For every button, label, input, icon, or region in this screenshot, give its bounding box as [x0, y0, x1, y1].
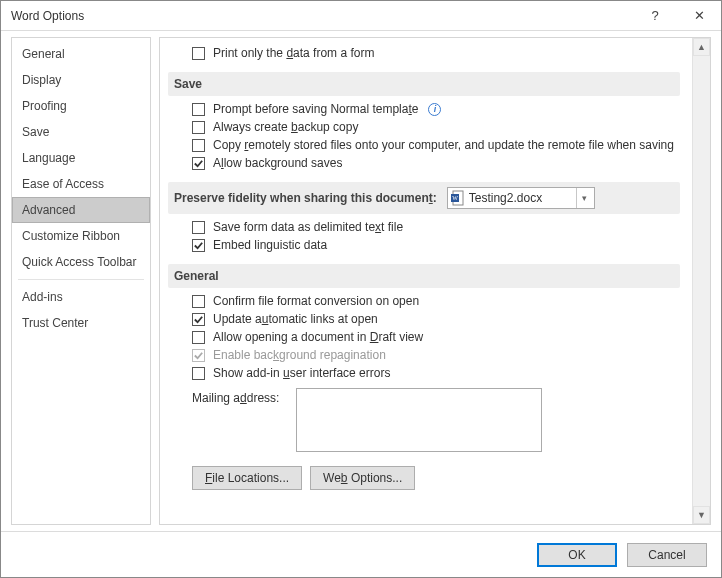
info-icon[interactable]: i — [428, 103, 441, 116]
sidebar-item-language[interactable]: Language — [12, 145, 150, 171]
allow-open-draft-view-checkbox[interactable] — [192, 331, 205, 344]
show-addin-ui-errors-row[interactable]: Show add-in user interface errors — [192, 364, 682, 382]
save-section-header: Save — [168, 72, 680, 96]
print-only-data-checkbox[interactable] — [192, 47, 205, 60]
sidebar-item-ease-of-access[interactable]: Ease of Access — [12, 171, 150, 197]
enable-background-repagination-label: Enable background repagination — [213, 348, 386, 362]
embed-linguistic-data-checkbox[interactable] — [192, 239, 205, 252]
sidebar-item-general[interactable]: General — [12, 41, 150, 67]
file-locations-button[interactable]: File Locations... — [192, 466, 302, 490]
update-auto-links-label: Update automatic links at open — [213, 312, 378, 326]
scroll-down-button[interactable]: ▼ — [693, 506, 710, 524]
show-addin-ui-errors-label: Show add-in user interface errors — [213, 366, 390, 380]
copy-remote-files-checkbox[interactable] — [192, 139, 205, 152]
sidebar-item-add-ins[interactable]: Add-ins — [12, 284, 150, 310]
scroll-up-button[interactable]: ▲ — [693, 38, 710, 56]
save-form-data-delimited-row[interactable]: Save form data as delimited text file — [192, 218, 682, 236]
preserve-fidelity-header: Preserve fidelity when sharing this docu… — [168, 182, 680, 214]
sidebar-item-proofing[interactable]: Proofing — [12, 93, 150, 119]
vertical-scrollbar[interactable]: ▲ ▼ — [692, 38, 710, 524]
print-only-data-from-form-row[interactable]: Print only the data from a form — [192, 44, 682, 62]
allow-open-draft-view-label: Allow opening a document in Draft view — [213, 330, 423, 344]
sidebar-item-save[interactable]: Save — [12, 119, 150, 145]
copy-remote-files-row[interactable]: Copy remotely stored files onto your com… — [192, 136, 682, 154]
web-options-button[interactable]: Web Options... — [310, 466, 415, 490]
sidebar: General Display Proofing Save Language E… — [11, 37, 151, 525]
word-doc-icon: W — [450, 190, 466, 206]
help-button[interactable]: ? — [633, 1, 677, 31]
mailing-address-textarea[interactable] — [296, 388, 542, 452]
save-form-data-delimited-label: Save form data as delimited text file — [213, 220, 403, 234]
always-create-backup-label: Always create backup copy — [213, 120, 358, 134]
close-button[interactable]: ✕ — [677, 1, 721, 31]
chevron-down-icon: ▾ — [576, 188, 592, 208]
options-panel: Print only the data from a form Save Pro… — [159, 37, 711, 525]
always-create-backup-checkbox[interactable] — [192, 121, 205, 134]
sidebar-item-customize-ribbon[interactable]: Customize Ribbon — [12, 223, 150, 249]
scroll-track[interactable] — [693, 56, 710, 506]
embed-linguistic-data-label: Embed linguistic data — [213, 238, 327, 252]
show-addin-ui-errors-checkbox[interactable] — [192, 367, 205, 380]
allow-background-saves-checkbox[interactable] — [192, 157, 205, 170]
enable-background-repagination-checkbox — [192, 349, 205, 362]
preserve-fidelity-header-text: Preserve fidelity when sharing this docu… — [174, 191, 437, 205]
allow-background-saves-label: Allow background saves — [213, 156, 342, 170]
sidebar-item-quick-access-toolbar[interactable]: Quick Access Toolbar — [12, 249, 150, 275]
confirm-file-format-label: Confirm file format conversion on open — [213, 294, 419, 308]
allow-background-saves-row[interactable]: Allow background saves — [192, 154, 682, 172]
save-form-data-delimited-checkbox[interactable] — [192, 221, 205, 234]
print-only-data-label: Print only the data from a form — [213, 46, 374, 60]
prompt-save-normal-label: Prompt before saving Normal template — [213, 102, 418, 116]
allow-open-draft-view-row[interactable]: Allow opening a document in Draft view — [192, 328, 682, 346]
prompt-save-normal-template-row[interactable]: Prompt before saving Normal template i — [192, 100, 682, 118]
always-create-backup-row[interactable]: Always create backup copy — [192, 118, 682, 136]
svg-text:W: W — [452, 195, 458, 201]
preserve-fidelity-doc-name: Testing2.docx — [469, 191, 576, 205]
mailing-address-label: Mailing address: — [192, 388, 288, 405]
sidebar-item-display[interactable]: Display — [12, 67, 150, 93]
copy-remote-files-label: Copy remotely stored files onto your com… — [213, 138, 674, 152]
update-auto-links-checkbox[interactable] — [192, 313, 205, 326]
prompt-save-normal-checkbox[interactable] — [192, 103, 205, 116]
sidebar-separator — [18, 279, 144, 280]
general-section-header: General — [168, 264, 680, 288]
sidebar-item-trust-center[interactable]: Trust Center — [12, 310, 150, 336]
ok-button[interactable]: OK — [537, 543, 617, 567]
confirm-file-format-row[interactable]: Confirm file format conversion on open — [192, 292, 682, 310]
preserve-fidelity-document-dropdown[interactable]: W Testing2.docx ▾ — [447, 187, 595, 209]
mailing-address-row: Mailing address: — [192, 386, 682, 454]
confirm-file-format-checkbox[interactable] — [192, 295, 205, 308]
sidebar-item-advanced[interactable]: Advanced — [12, 197, 150, 223]
update-auto-links-row[interactable]: Update automatic links at open — [192, 310, 682, 328]
window-title: Word Options — [11, 9, 633, 23]
enable-background-repagination-row: Enable background repagination — [192, 346, 682, 364]
embed-linguistic-data-row[interactable]: Embed linguistic data — [192, 236, 682, 254]
cancel-button[interactable]: Cancel — [627, 543, 707, 567]
